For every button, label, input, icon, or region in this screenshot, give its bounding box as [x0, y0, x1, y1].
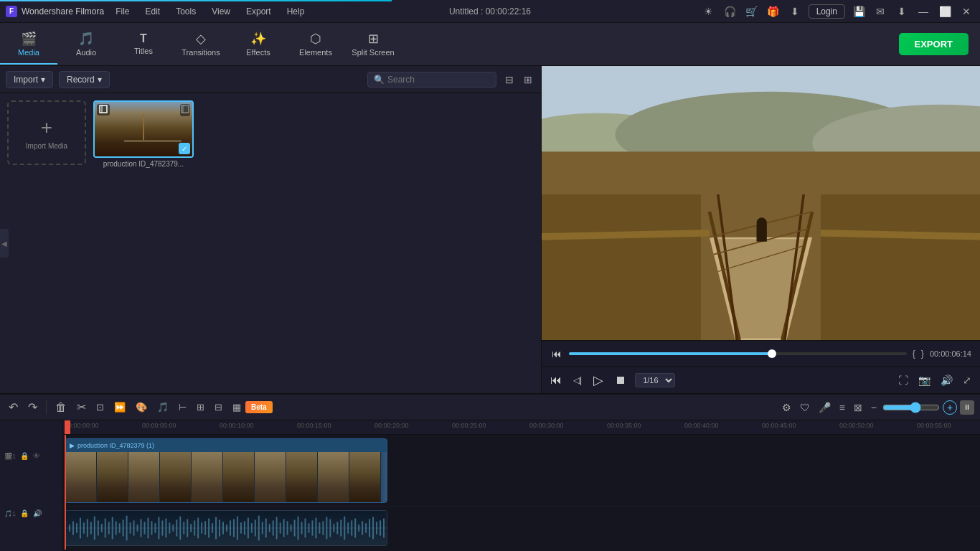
screenshot-button[interactable]: 📷 [915, 373, 933, 387]
color-button[interactable]: 🎨 [133, 400, 150, 414]
zoom-selector[interactable]: 1/16 [635, 373, 675, 387]
audio-button[interactable]: 🎵 [154, 400, 171, 414]
panel-header: Import ▾ Record ▾ 🔍 ⊟ ⊞ [0, 66, 541, 93]
import-dropdown[interactable]: Import ▾ [6, 71, 53, 88]
grid-view-button[interactable]: ⊞ [521, 72, 535, 87]
app-logo: F [6, 6, 17, 17]
svg-rect-66 [215, 517, 217, 540]
toolbar-titles[interactable]: T Titles [115, 24, 172, 65]
login-button[interactable]: Login [809, 4, 845, 19]
toolbar-splitscreen[interactable]: ⊞ Split Screen [344, 24, 402, 65]
svg-rect-50 [158, 517, 159, 540]
gift-icon[interactable]: 🎁 [765, 4, 781, 19]
cut-button[interactable]: ✂ [74, 399, 89, 415]
media-item[interactable]: ✓ production ID_4782379... [93, 100, 194, 168]
svg-rect-30 [87, 519, 88, 537]
maximize-button[interactable]: ⬜ [937, 4, 953, 19]
menu-export[interactable]: Export [239, 4, 278, 19]
close-button[interactable]: ✕ [958, 4, 974, 19]
fullscreen-button[interactable]: ⛶ [895, 373, 911, 387]
ruler-mark-9: 00:00:45:00 [762, 422, 796, 429]
timeline-ruler[interactable]: 00:00:00:00 00:00:05:00 00:00:10:00 00:0… [63, 420, 980, 435]
delete-button[interactable]: 🗑 [52, 400, 70, 415]
cart-icon[interactable]: 🛒 [744, 4, 760, 19]
align-button[interactable]: ⊞ [194, 400, 207, 414]
bracket-out-button[interactable]: } [921, 349, 924, 359]
import-media-label: Import Media [26, 142, 67, 150]
clip-frame-3 [128, 452, 160, 503]
menu-file[interactable]: File [108, 4, 136, 19]
timeline-toolbar: ↶ ↷ 🗑 ✂ ⊡ ⏩ 🎨 🎵 ⊢ ⊞ ⊟ ▦ Beta ⚙ 🛡 🎤 ≡ ⊠ −… [0, 395, 980, 420]
cloud-download-icon[interactable]: ⬇ [787, 4, 803, 19]
clip-frame-5 [192, 452, 223, 503]
step-back-button[interactable]: ⏮ [547, 372, 565, 388]
play-button[interactable]: ▷ [590, 371, 606, 390]
crop-button[interactable]: ⊡ [93, 400, 107, 414]
prev-frame-button[interactable]: ◁| [570, 374, 585, 387]
svg-rect-112 [380, 520, 381, 535]
settings-icon[interactable]: ⚙ [779, 400, 794, 415]
clip-frame-1 [65, 452, 97, 503]
record-dropdown[interactable]: Record ▾ [59, 71, 110, 88]
timeline-pause-button[interactable]: ⏸ [960, 400, 974, 415]
mic-icon[interactable]: 🎤 [816, 400, 834, 415]
video-clip[interactable]: ▶ production ID_4782379 (1) [65, 438, 387, 503]
volume-button[interactable]: 🔊 [938, 373, 956, 387]
svg-rect-88 [294, 519, 296, 536]
toolbar-transitions[interactable]: ◇ Transitions [172, 24, 230, 65]
minimize-button[interactable]: — [915, 4, 931, 19]
toolbar-elements[interactable]: ⬡ Elements [287, 24, 344, 65]
download-icon[interactable]: ⬇ [894, 4, 910, 19]
ruler-mark-1: 00:00:05:00 [142, 422, 176, 429]
snap-button[interactable]: ⊟ [212, 400, 225, 414]
split-button[interactable]: ⊢ [176, 400, 189, 414]
menu-edit[interactable]: Edit [138, 4, 168, 19]
pip-button[interactable]: ⊠ [851, 400, 865, 415]
lock-icon[interactable]: 🔒 [20, 452, 29, 460]
svg-rect-109 [369, 519, 370, 537]
undo-button[interactable]: ↶ [6, 399, 21, 415]
message-icon[interactable]: ✉ [872, 4, 888, 19]
lock-icon-audio[interactable]: 🔒 [20, 509, 29, 517]
ai-beta-button[interactable]: Beta [245, 401, 273, 413]
waveform-svg [65, 511, 387, 545]
bracket-in-button[interactable]: { [913, 349, 915, 359]
expand-button[interactable]: ⤢ [960, 373, 974, 387]
track-labels: 🎬1 🔒 👁 🎵1 🔒 🔊 [0, 420, 63, 551]
add-track-button[interactable]: + [943, 400, 957, 415]
zoom-slider[interactable] [882, 402, 940, 413]
filter-button[interactable]: ⊟ [502, 72, 517, 87]
menu-help[interactable]: Help [280, 4, 312, 19]
save-icon[interactable]: 💾 [851, 4, 867, 19]
shield-icon[interactable]: 🛡 [797, 400, 813, 415]
audio-track-button[interactable]: ≡ [837, 400, 848, 415]
headphone-icon[interactable]: 🎧 [722, 4, 738, 19]
svg-rect-45 [141, 519, 142, 537]
zoom-out-icon[interactable]: − [868, 400, 880, 415]
ai-tool-button[interactable]: ▦ [230, 400, 244, 414]
clip-frame-6 [223, 452, 255, 503]
svg-rect-72 [237, 517, 238, 540]
export-button[interactable]: EXPORT [899, 33, 969, 55]
speed-button[interactable]: ⏩ [111, 400, 128, 414]
seek-bar[interactable] [569, 352, 907, 355]
sun-icon[interactable]: ☀ [701, 4, 717, 19]
toolbar-audio[interactable]: 🎵 Audio [57, 24, 115, 65]
toolbar-media[interactable]: 🎬 Media [0, 24, 57, 65]
stop-button[interactable]: ⏹ [612, 372, 629, 388]
waveform-container[interactable] [65, 510, 387, 546]
eye-icon[interactable]: 👁 [33, 452, 40, 460]
toolbar-effects[interactable]: ✨ Effects [230, 24, 287, 65]
toolbar-effects-label: Effects [246, 48, 270, 57]
panel-collapse-tab[interactable]: ◀ [0, 229, 9, 258]
redo-button[interactable]: ↷ [25, 399, 40, 415]
volume-icon[interactable]: 🔊 [33, 509, 42, 517]
playback-step-back[interactable]: ⏮ [550, 347, 563, 361]
import-media-button[interactable]: + Import Media [7, 100, 86, 165]
menu-tools[interactable]: Tools [169, 4, 203, 19]
svg-rect-60 [194, 520, 195, 535]
menu-view[interactable]: View [204, 4, 237, 19]
search-input[interactable] [387, 75, 490, 85]
toolbar-titles-label: Titles [134, 47, 153, 55]
svg-rect-77 [255, 519, 256, 536]
